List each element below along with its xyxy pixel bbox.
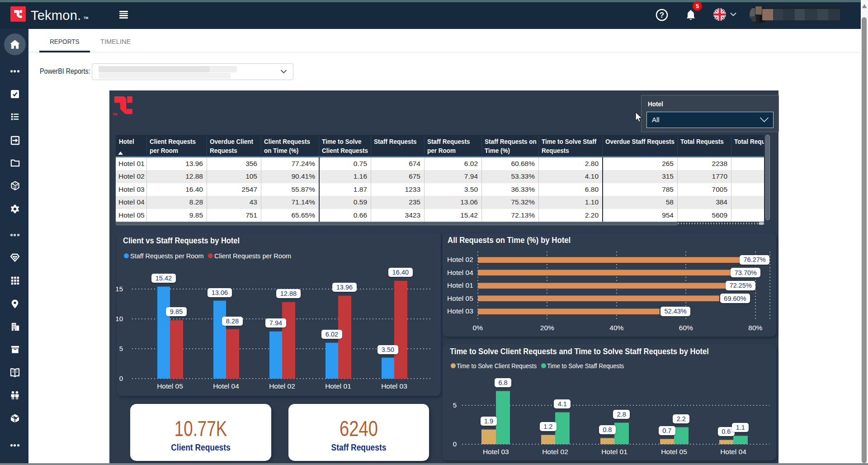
svg-text:?: ?	[660, 11, 664, 19]
